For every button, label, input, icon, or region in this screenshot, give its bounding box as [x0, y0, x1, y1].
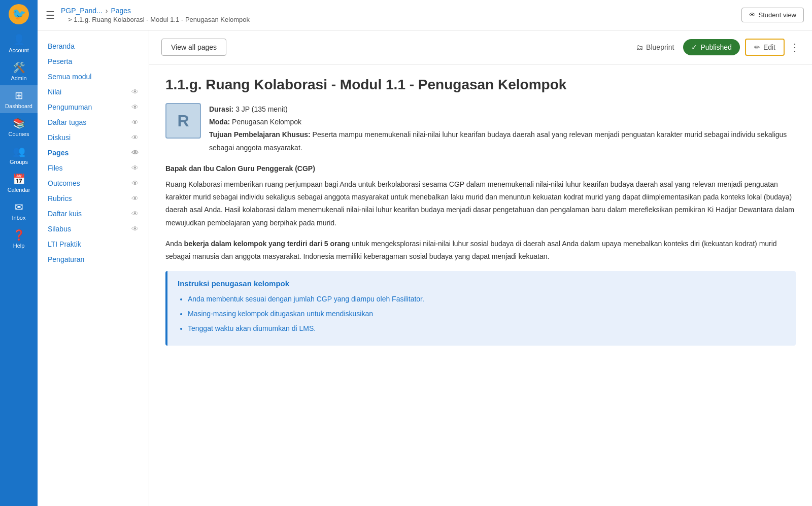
published-check-icon: ✓ [691, 43, 697, 51]
section2-bold: bekerja dalam kelompok yang terdiri dari… [184, 240, 350, 248]
sidebar-item-nilai[interactable]: Nilai 👁 [38, 84, 149, 99]
durasi-value: 3 JP (135 menit) [235, 105, 287, 113]
outcomes-eye-icon: 👁 [131, 179, 139, 187]
peserta-label: Peserta [48, 57, 72, 65]
nilai-eye-icon: 👁 [131, 88, 139, 96]
sidebar-item-silabus[interactable]: Silabus 👁 [38, 221, 149, 237]
article-meta: R Durasi: 3 JP (135 menit) Moda: Penugas… [165, 103, 796, 154]
list-item: Masing-masing kelompok ditugaskan untuk … [188, 308, 786, 320]
groups-label: Groups [10, 159, 28, 165]
inbox-label: Inbox [12, 215, 26, 221]
sidebar-item-courses[interactable]: 📚 Courses [0, 113, 38, 141]
list-item-final: Tenggat waktu akan diumumkan di LMS. [188, 322, 786, 335]
section1-body: Ruang Kolaborasi memberikan ruang perjum… [165, 178, 796, 229]
diskusi-eye-icon: 👁 [131, 133, 139, 142]
sidebar-item-semua-modul[interactable]: Semua modul [38, 69, 149, 84]
sidebar-item-admin[interactable]: 🛠️ Admin [0, 57, 38, 85]
silabus-label: Silabus [48, 225, 71, 233]
box-title: Instruksi penugasan kelompok [178, 279, 786, 288]
sidebar-item-files[interactable]: Files 👁 [38, 160, 149, 176]
thumbnail-letter: R [177, 112, 189, 130]
section1-heading: Bapak dan Ibu Calon Guru Penggerak (CGP) [165, 164, 315, 173]
breadcrumb-course[interactable]: PGP_Pand... [61, 7, 103, 15]
sidebar-item-dashboard[interactable]: ⊞ Dashboard [0, 85, 38, 113]
pengaturan-label: Pengaturan [48, 255, 84, 263]
course-sidebar: Beranda Peserta Semua modul Nilai 👁 Peng… [38, 30, 149, 506]
student-view-button[interactable]: 👁 Student view [741, 8, 804, 22]
article-thumbnail: R [165, 103, 201, 139]
durasi-label: Durasi: [209, 105, 235, 113]
moda-row: Moda: Penugasan Kelompok [209, 116, 796, 128]
article-body: 1.1.g. Ruang Kolaborasi - Modul 1.1 - Pe… [149, 64, 812, 358]
sidebar-item-peserta[interactable]: Peserta [38, 54, 149, 69]
sidebar-item-daftar-tugas[interactable]: Daftar tugas 👁 [38, 115, 149, 130]
list-item: Anda membentuk sesuai dengan jumlah CGP … [188, 293, 786, 306]
breadcrumb: PGP_Pand... › Pages > 1.1.g. Ruang Kolab… [61, 7, 741, 23]
inbox-icon: ✉ [15, 201, 23, 213]
diskusi-label: Diskusi [48, 133, 71, 142]
courses-icon: 📚 [13, 117, 25, 129]
durasi-row: Durasi: 3 JP (135 menit) [209, 103, 796, 116]
edit-pencil-icon: ✏ [754, 43, 760, 51]
student-view-label: Student view [759, 11, 796, 19]
section2: Anda bekerja dalam kelompok yang terdiri… [165, 238, 796, 263]
moda-label: Moda: [209, 118, 230, 126]
daftar-kuis-eye-icon: 👁 [131, 210, 139, 218]
daftar-kuis-label: Daftar kuis [48, 210, 82, 218]
files-label: Files [48, 164, 63, 172]
help-label: Help [13, 243, 25, 249]
blueprint-button[interactable]: 🗂 Blueprint [632, 41, 678, 53]
sidebar-item-outcomes[interactable]: Outcomes 👁 [38, 176, 149, 191]
view-all-pages-button[interactable]: View all pages [161, 39, 226, 56]
breadcrumb-sep1: › [106, 7, 108, 15]
sidebar-item-beranda[interactable]: Beranda [38, 39, 149, 54]
pengumuman-label: Pengumuman [48, 103, 92, 111]
lti-praktik-label: LTI Praktik [48, 240, 81, 248]
admin-icon: 🛠️ [13, 61, 25, 74]
pages-label: Pages [48, 149, 69, 157]
breadcrumb-section[interactable]: Pages [111, 7, 131, 15]
sidebar-item-account[interactable]: 👤 Account [0, 29, 38, 57]
student-view-icon: 👁 [749, 11, 756, 19]
article-meta-text: Durasi: 3 JP (135 menit) Moda: Penugasan… [209, 103, 796, 154]
sidebar-item-help[interactable]: ❓ Help [0, 225, 38, 253]
sidebar-item-daftar-kuis[interactable]: Daftar kuis 👁 [38, 206, 149, 221]
pages-eye-icon: 👁 [131, 149, 139, 157]
account-icon: 👤 [13, 33, 25, 46]
topbar: ☰ PGP_Pand... › Pages > 1.1.g. Ruang Kol… [38, 0, 812, 30]
sidebar-item-pengumuman[interactable]: Pengumuman 👁 [38, 99, 149, 115]
box-bullet-list: Anda membentuk sesuai dengan jumlah CGP … [178, 293, 786, 335]
sidebar-item-pengaturan[interactable]: Pengaturan [38, 252, 149, 267]
tujuan-label: Tujuan Pembelajaran Khusus: [209, 130, 313, 139]
section2-intro: Anda [165, 240, 184, 248]
dashboard-label: Dashboard [5, 103, 32, 109]
nav-rail: 🐦 👤 Account 🛠️ Admin ⊞ Dashboard 📚 Cours… [0, 0, 38, 506]
sidebar-item-rubrics[interactable]: Rubrics 👁 [38, 191, 149, 206]
rubrics-label: Rubrics [48, 194, 72, 203]
sidebar-item-calendar[interactable]: 📅 Calendar [0, 169, 38, 197]
toolbar-right: 🗂 Blueprint ✓ Published ✏ Edit ⋮ [632, 39, 800, 56]
blueprint-icon: 🗂 [636, 43, 643, 51]
calendar-icon: 📅 [13, 173, 25, 185]
sidebar-item-pages[interactable]: Pages 👁 [38, 145, 149, 160]
sidebar-item-lti-praktik[interactable]: LTI Praktik [38, 237, 149, 252]
hamburger-icon[interactable]: ☰ [46, 9, 55, 21]
sidebar-item-groups[interactable]: 👥 Groups [0, 141, 38, 169]
nilai-label: Nilai [48, 88, 61, 96]
section1: Bapak dan Ibu Calon Guru Penggerak (CGP)… [165, 162, 796, 229]
sidebar-item-inbox[interactable]: ✉ Inbox [0, 197, 38, 225]
blueprint-label: Blueprint [646, 43, 674, 51]
article-title: 1.1.g. Ruang Kolaborasi - Modul 1.1 - Pe… [165, 77, 796, 93]
help-icon: ❓ [13, 229, 25, 241]
more-options-button[interactable]: ⋮ [790, 41, 800, 53]
pengumuman-eye-icon: 👁 [131, 103, 139, 111]
silabus-eye-icon: 👁 [131, 225, 139, 233]
edit-button[interactable]: ✏ Edit [745, 39, 785, 56]
moda-value: Penugasan Kelompok [232, 118, 301, 126]
published-label: Published [700, 43, 732, 51]
sidebar-item-diskusi[interactable]: Diskusi 👁 [38, 130, 149, 145]
groups-icon: 👥 [13, 145, 25, 157]
courses-label: Courses [9, 131, 29, 137]
published-button[interactable]: ✓ Published [683, 39, 740, 55]
daftar-tugas-label: Daftar tugas [48, 118, 86, 126]
